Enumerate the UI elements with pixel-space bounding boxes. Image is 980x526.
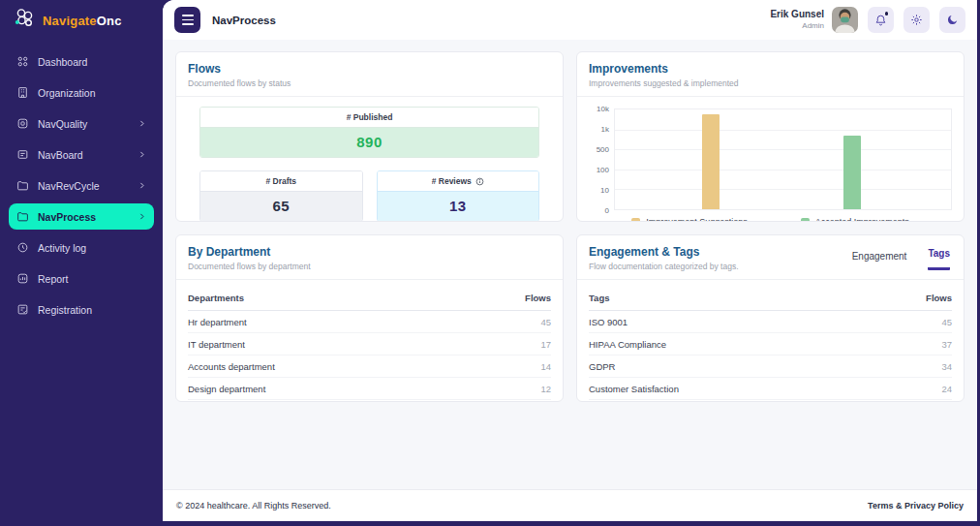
table-row: HIPAA Compliance37: [589, 333, 952, 356]
report-chart-icon: [16, 272, 29, 285]
user-name: Erik Gunsel: [770, 9, 824, 21]
engagement-tags-card: Engagement & Tags Flow documentation cat…: [576, 234, 965, 402]
y-tick-label: 10k: [597, 105, 609, 113]
tags-table: Tags Flows ISO 900145 HIPAA Compliance37…: [589, 287, 952, 402]
sidebar-item-label: NavQuality: [38, 118, 87, 130]
gridline: [615, 130, 951, 131]
settings-button[interactable]: [903, 7, 930, 33]
notifications-button[interactable]: [868, 7, 894, 33]
card-title: Improvements: [589, 62, 952, 76]
info-icon[interactable]: [475, 177, 484, 186]
top-header: NavProcess Erik Gunsel Admin: [163, 0, 977, 40]
improvements-card: Improvements Improvements suggested & im…: [576, 51, 965, 222]
moon-icon: [946, 14, 959, 26]
clock-icon: [16, 241, 29, 254]
column-departments: Departments: [188, 293, 244, 303]
sidebar-item-activity-log[interactable]: Activity log: [9, 234, 154, 261]
sidebar-item-label: Organization: [38, 87, 96, 99]
reviews-value: 13: [378, 192, 539, 221]
sidebar: NavigateOnc Dashboard Organization NavQu…: [0, 0, 163, 526]
table-row: Customer Satisfaction24: [589, 378, 952, 400]
table-row: IT department17: [188, 333, 551, 356]
reviews-stat: # Reviews 13: [377, 170, 540, 222]
sidebar-item-navrevcycle[interactable]: NavRevCycle: [9, 172, 154, 199]
bar-accepted-improvements: [843, 136, 861, 209]
board-icon: [16, 148, 29, 161]
suggestions-swatch: [631, 218, 640, 223]
sidebar-item-label: Activity log: [38, 242, 86, 254]
copyright-text: © 2024 healthcare. All Rights Reserved.: [176, 501, 331, 511]
quality-badge-icon: [16, 117, 29, 130]
sidebar-item-navquality[interactable]: NavQuality: [9, 110, 154, 137]
gridline: [615, 170, 951, 170]
engagement-tags-tabs: Engagement Tags: [852, 248, 950, 270]
sidebar-item-label: Report: [38, 273, 69, 285]
published-value: 890: [200, 128, 538, 157]
tab-engagement[interactable]: Engagement: [852, 251, 907, 270]
card-subtitle: Documented flows by status: [188, 78, 551, 88]
legend-label: Accepted Improvements: [815, 217, 909, 222]
user-menu[interactable]: Erik Gunsel Admin: [770, 9, 824, 31]
table-row: ISO 900145: [589, 311, 952, 333]
dashboard-content: Flows Documented flows by status # Publi…: [163, 40, 977, 489]
table-row: Hr department45: [188, 311, 551, 333]
header-actions: Erik Gunsel Admin: [770, 7, 965, 33]
hamburger-menu-button[interactable]: [174, 7, 200, 33]
legend-item-suggestions[interactable]: Improvement Suggestions: [631, 217, 748, 222]
by-department-card: By Department Documented flows by depart…: [175, 234, 564, 402]
y-tick-label: 100: [597, 166, 609, 174]
chart-plot-area: [614, 108, 952, 210]
sidebar-nav: Dashboard Organization NavQuality NavBoa…: [0, 41, 163, 330]
tab-tags[interactable]: Tags: [928, 248, 950, 270]
chevron-right-icon: [138, 211, 146, 223]
card-title: Flows: [188, 62, 551, 76]
legend-label: Improvement Suggestions: [646, 217, 748, 222]
sidebar-item-report[interactable]: Report: [9, 265, 154, 292]
notification-dot: [885, 12, 889, 15]
sidebar-item-navprocess[interactable]: NavProcess: [9, 203, 154, 230]
departments-table: Departments Flows Hr department45 IT dep…: [188, 287, 551, 402]
terms-privacy-link[interactable]: Terms & Privacy Policy: [868, 501, 964, 511]
sidebar-item-navboard[interactable]: NavBoard: [9, 141, 154, 168]
flows-stats: # Published 890 # Drafts 65 # Reviews: [188, 97, 551, 222]
drafts-stat: # Drafts 65: [199, 170, 363, 222]
sidebar-item-dashboard[interactable]: Dashboard: [9, 48, 154, 75]
improvements-bar-chart: 0101005001k10k: [589, 108, 952, 210]
page-footer: © 2024 healthcare. All Rights Reserved. …: [163, 489, 977, 521]
y-tick-label: 0: [605, 206, 609, 215]
card-subtitle: Improvements suggested & implemented: [589, 78, 952, 88]
table-row: Accounts department14: [188, 356, 551, 378]
table-row: GDPR34: [589, 356, 952, 378]
chart-legend: Improvement Suggestions Accepted Improve…: [589, 217, 952, 222]
table-row: Billing21: [589, 400, 952, 402]
dashboard-icon: [16, 55, 29, 68]
chevron-right-icon: [138, 149, 146, 161]
legend-item-accepted[interactable]: Accepted Improvements: [801, 217, 909, 222]
bar-improvement-suggestions: [702, 114, 720, 209]
folder-icon: [16, 179, 29, 192]
divider: [577, 279, 964, 280]
sidebar-item-label: NavProcess: [38, 211, 96, 223]
drafts-label: # Drafts: [200, 171, 362, 192]
table-header: Tags Flows: [589, 287, 952, 311]
dark-mode-button[interactable]: [939, 7, 965, 33]
bell-icon: [874, 14, 887, 26]
column-flows: Flows: [525, 293, 551, 303]
building-icon: [16, 86, 29, 99]
brand-logo[interactable]: NavigateOnc: [0, 0, 163, 41]
column-tags: Tags: [589, 293, 609, 303]
sidebar-item-organization[interactable]: Organization: [9, 79, 154, 106]
table-header: Departments Flows: [188, 287, 551, 311]
table-row: Design department12: [188, 378, 551, 400]
card-subtitle: Documented flows by department: [188, 262, 551, 271]
avatar[interactable]: [832, 7, 858, 33]
table-row: Development department5: [188, 400, 551, 402]
chevron-right-icon: [138, 118, 146, 130]
sidebar-item-registration[interactable]: Registration: [9, 296, 154, 323]
app-window: NavigateOnc Dashboard Organization NavQu…: [0, 0, 980, 526]
chart-y-axis: 0101005001k10k: [589, 108, 614, 210]
main-area: NavProcess Erik Gunsel Admin: [163, 0, 977, 521]
published-label: # Published: [200, 108, 538, 128]
divider: [176, 279, 563, 280]
card-title: By Department: [188, 245, 551, 259]
